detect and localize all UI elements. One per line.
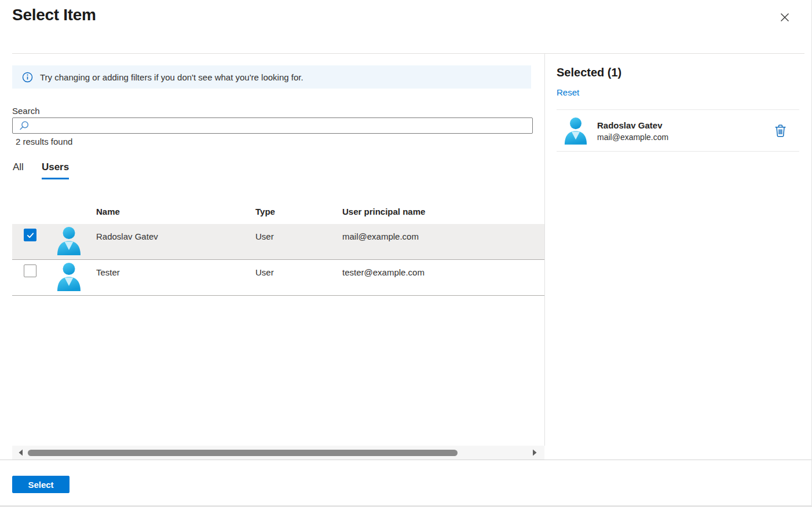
close-button[interactable] <box>776 8 794 27</box>
reset-link[interactable]: Reset <box>557 87 579 97</box>
scrollbar-thumb[interactable] <box>28 450 458 456</box>
scroll-left-arrow-icon[interactable] <box>17 449 25 457</box>
select-button[interactable]: Select <box>12 476 70 493</box>
selected-card-divider <box>557 109 799 110</box>
banner-text: Try changing or adding filters if you do… <box>40 72 303 82</box>
search-label: Search <box>12 106 40 116</box>
close-icon <box>780 12 790 23</box>
cell-name: Radoslav Gatev <box>96 224 255 259</box>
table-header-row: Name Type User principal name <box>12 199 544 224</box>
cell-upn: tester@example.com <box>342 260 544 295</box>
row-checkbox[interactable] <box>24 229 36 241</box>
info-banner: Try changing or adding filters if you do… <box>12 65 531 89</box>
tab-bar: All Users <box>13 161 69 179</box>
page-title: Select Item <box>12 6 96 24</box>
info-icon <box>22 72 33 83</box>
selected-item-email: mail@example.com <box>597 133 668 142</box>
header-divider <box>12 53 804 54</box>
select-item-dialog: Select Item Try changing or adding filte… <box>0 0 812 507</box>
scroll-right-arrow-icon[interactable] <box>531 449 539 457</box>
footer-divider <box>0 460 811 460</box>
column-header-type: Type <box>255 199 342 224</box>
person-icon <box>56 262 82 291</box>
search-input[interactable] <box>34 118 532 133</box>
search-box[interactable] <box>12 117 533 134</box>
person-icon <box>564 117 588 145</box>
results-count: 2 results found <box>16 137 72 146</box>
table-row[interactable]: Radoslav Gatev User mail@example.com <box>12 224 544 260</box>
table-row[interactable]: Tester User tester@example.com <box>12 260 544 296</box>
cell-type: User <box>255 224 342 259</box>
person-icon <box>56 226 82 255</box>
trash-icon <box>774 124 787 137</box>
cell-upn: mail@example.com <box>342 224 544 259</box>
cell-type: User <box>255 260 342 295</box>
tab-all[interactable]: All <box>13 161 24 179</box>
selected-item-name: Radoslav Gatev <box>597 120 663 130</box>
remove-selected-button[interactable] <box>772 122 788 138</box>
horizontal-scrollbar[interactable] <box>12 446 544 460</box>
cell-name: Tester <box>96 260 255 295</box>
tab-users[interactable]: Users <box>42 161 69 179</box>
selected-panel-title: Selected (1) <box>557 66 621 79</box>
selected-card-divider <box>557 151 799 152</box>
header-checkbox-spacer <box>12 199 52 224</box>
header-avatar-spacer <box>52 199 96 224</box>
row-checkbox[interactable] <box>24 264 36 277</box>
column-header-upn: User principal name <box>342 199 544 224</box>
column-header-name: Name <box>96 199 255 224</box>
panel-divider <box>544 54 545 446</box>
search-icon <box>19 120 30 131</box>
checkmark-icon <box>26 231 35 240</box>
results-table: Name Type User principal name Radoslav <box>12 199 544 296</box>
